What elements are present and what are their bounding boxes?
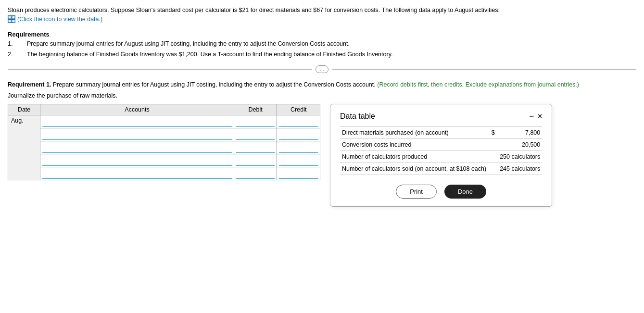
svg-rect-1: [12, 16, 15, 19]
data-value-1: 20,500: [498, 139, 542, 151]
col-header-debit: Debit: [234, 104, 277, 115]
accounts-input-3[interactable]: [42, 142, 232, 153]
icon-link-text: (Click the icon to view the data.): [17, 15, 102, 24]
req1-description: Prepare summary journal entries for Augu…: [53, 81, 376, 88]
debit-input-1[interactable]: [236, 116, 275, 127]
data-dollar-2: [488, 151, 498, 163]
col-header-date: Date: [8, 104, 40, 115]
divider-button[interactable]: ...: [316, 65, 328, 73]
credit-input-2[interactable]: [279, 129, 318, 140]
req-num-1: 1.: [8, 39, 27, 49]
data-row-3: Number of calculators sold (on account, …: [340, 163, 542, 175]
print-button[interactable]: Print: [396, 185, 437, 199]
data-dollar-3: [488, 163, 498, 175]
data-table-popup: Data table − × Direct materials purchase…: [330, 104, 552, 207]
req-num-2: 2.: [8, 50, 27, 59]
debit-cell-4[interactable]: [234, 154, 277, 167]
done-button[interactable]: Done: [444, 185, 486, 199]
data-value-3: 245 calculators: [498, 163, 542, 175]
accounts-cell-5[interactable]: [40, 167, 234, 180]
col-header-accounts: Accounts: [40, 104, 234, 115]
data-row-1: Conversion costs incurred 20,500: [340, 139, 542, 151]
data-label-2: Number of calculators produced: [340, 151, 488, 163]
main-area: Date Accounts Debit Credit Aug.: [8, 104, 636, 207]
data-label-0: Direct materials purchased (on account): [340, 127, 488, 139]
table-row: [8, 128, 320, 141]
debit-cell-1[interactable]: [234, 115, 277, 128]
svg-rect-0: [8, 16, 11, 19]
data-value-2: 250 calculators: [498, 151, 542, 163]
debit-input-3[interactable]: [236, 142, 275, 153]
data-value-0: 7,800: [498, 127, 542, 139]
credit-cell-3[interactable]: [277, 141, 320, 154]
debit-input-4[interactable]: [236, 155, 275, 166]
requirements-header: Requirements: [8, 31, 50, 38]
credit-input-3[interactable]: [279, 142, 318, 153]
col-header-credit: Credit: [277, 104, 320, 115]
data-icon-link[interactable]: (Click the icon to view the data.): [8, 15, 102, 24]
debit-cell-5[interactable]: [234, 167, 277, 180]
accounts-input-5[interactable]: [42, 168, 232, 179]
grid-icon: [8, 15, 15, 23]
debit-input-5[interactable]: [236, 168, 275, 179]
data-label-1: Conversion costs incurred: [340, 139, 488, 151]
table-row: [8, 141, 320, 154]
accounts-input-4[interactable]: [42, 155, 232, 166]
requirement-1: 1. Prepare summary journal entries for A…: [8, 39, 636, 49]
credit-cell-2[interactable]: [277, 128, 320, 141]
data-row-0: Direct materials purchased (on account) …: [340, 127, 542, 139]
debit-cell-2[interactable]: [234, 128, 277, 141]
credit-input-4[interactable]: [279, 155, 318, 166]
data-label-3: Number of calculators sold (on account, …: [340, 163, 488, 175]
data-dollar-0: $: [488, 127, 498, 139]
popup-footer: Print Done: [340, 185, 542, 199]
debit-cell-3[interactable]: [234, 141, 277, 154]
table-row: [8, 154, 320, 167]
close-button[interactable]: ×: [538, 113, 542, 120]
accounts-cell-4[interactable]: [40, 154, 234, 167]
req1-instruction: (Record debits first, then credits. Excl…: [377, 81, 579, 88]
journalize-label: Journalize the purchase of raw materials…: [8, 92, 636, 99]
table-row: [8, 167, 320, 180]
popup-title: Data table: [340, 112, 375, 121]
journal-table: Date Accounts Debit Credit Aug.: [8, 104, 320, 180]
credit-input-5[interactable]: [279, 168, 318, 179]
credit-cell-4[interactable]: [277, 154, 320, 167]
accounts-input-2[interactable]: [42, 129, 232, 140]
accounts-cell-3[interactable]: [40, 141, 234, 154]
minimize-button[interactable]: −: [530, 113, 534, 120]
accounts-cell-2[interactable]: [40, 128, 234, 141]
requirements-section: Requirements 1. Prepare summary journal …: [8, 31, 636, 59]
intro-text: Sloan produces electronic calculators. S…: [8, 7, 500, 13]
intro-paragraph: Sloan produces electronic calculators. S…: [8, 6, 636, 26]
credit-cell-1[interactable]: [277, 115, 320, 128]
req1-header: Requirement 1. Prepare summary journal e…: [8, 80, 636, 89]
credit-input-1[interactable]: [279, 116, 318, 127]
svg-rect-2: [8, 20, 11, 23]
data-inner-table: Direct materials purchased (on account) …: [340, 126, 542, 175]
req-text-1: Prepare summary journal entries for Augu…: [27, 39, 350, 49]
req-text-2: The beginning balance of Finished Goods …: [27, 50, 392, 59]
req1-label: Requirement 1.: [8, 81, 51, 88]
accounts-input-1[interactable]: [42, 116, 232, 127]
popup-header: Data table − ×: [340, 112, 542, 121]
svg-rect-3: [12, 20, 15, 23]
credit-cell-5[interactable]: [277, 167, 320, 180]
divider-line-left: [8, 69, 312, 70]
data-row-2: Number of calculators produced 250 calcu…: [340, 151, 542, 163]
popup-controls: − ×: [530, 113, 543, 120]
data-dollar-1: [488, 139, 498, 151]
requirement-2: 2. The beginning balance of Finished Goo…: [8, 50, 636, 59]
debit-input-2[interactable]: [236, 129, 275, 140]
table-row: Aug.: [8, 115, 320, 128]
divider-line-right: [332, 69, 636, 70]
date-cell: Aug.: [8, 115, 40, 180]
accounts-cell-1[interactable]: [40, 115, 234, 128]
divider-row: ...: [8, 65, 636, 73]
